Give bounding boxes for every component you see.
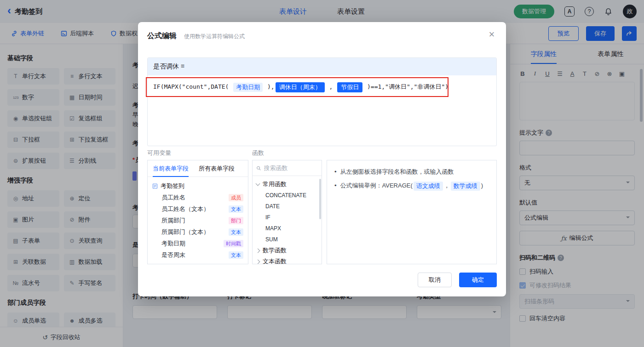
example-field-chip: 数学成绩 [451, 182, 480, 191]
modal-title: 公式编辑 [147, 31, 177, 41]
formula-result-label: 是否调休 = [148, 58, 496, 75]
field-type-tag: 文本 [229, 228, 243, 236]
field-chip-selected[interactable]: 节假日 [337, 82, 362, 92]
function-group-math[interactable]: 数学函数 [255, 245, 319, 256]
function-item[interactable]: SUM [255, 234, 319, 245]
field-chip[interactable]: 考勤日期 [233, 83, 263, 92]
tab-all-form-fields[interactable]: 所有表单字段 [194, 160, 240, 176]
chevron-right-icon [256, 259, 260, 264]
search-icon [256, 165, 261, 171]
variables-label: 可用变量 [147, 149, 171, 157]
field-type-tag: 部门 [229, 217, 243, 224]
cancel-button[interactable]: 取消 [418, 273, 452, 287]
confirm-button[interactable]: 确定 [459, 273, 497, 287]
variable-row[interactable]: 是否周末文本 [152, 249, 243, 261]
variable-row[interactable]: 员工姓名（文本）文本 [152, 203, 243, 215]
formula-edit-modal: 公式编辑 使用数学运算符编辑公式 是否调休 = IF(MAPX("count",… [138, 22, 506, 296]
functions-scrollbar[interactable] [319, 179, 321, 219]
variable-row[interactable]: 员工姓名成员 [152, 192, 243, 203]
example-field-chip: 语文成绩 [414, 182, 443, 191]
help-example: 公式编辑举例：AVERAGE(语文成绩，数学成绩) [340, 181, 483, 191]
functions-panel: 常用函数 CONCATENATE DATE IF MAPX SUM 数学函数 文… [252, 160, 322, 264]
field-type-tag: 文本 [229, 251, 243, 259]
function-item[interactable]: CONCATENATE [255, 190, 319, 201]
formula-editor-block: 是否调休 = IF(MAPX("count",DATE( 考勤日期 ),调休日（… [147, 57, 497, 146]
form-node[interactable]: 考勤签到 [152, 181, 243, 192]
functions-label: 函数 [252, 149, 264, 157]
function-search [253, 160, 322, 176]
variable-row[interactable]: 所属部门（文本）文本 [152, 226, 243, 238]
close-icon[interactable] [485, 28, 499, 41]
modal-subtitle: 使用数学运算符编辑公式 [184, 33, 245, 40]
help-tip: 从左侧面板选择字段名和函数，或输入函数 [340, 167, 454, 177]
document-icon [152, 183, 158, 189]
variables-panel: 当前表单字段 所有表单字段 考勤签到 员工姓名成员 员工姓名（文本）文本 所属部… [147, 160, 248, 264]
chevron-down-icon [256, 182, 260, 186]
field-type-tag: 时间戳 [224, 240, 243, 247]
variable-row[interactable]: 所属部门部门 [152, 215, 243, 226]
field-type-tag: 成员 [229, 194, 243, 201]
formula-editor[interactable]: IF(MAPX("count",DATE( 考勤日期 ),调休日（周末） , 节… [148, 75, 496, 146]
chevron-right-icon [256, 248, 260, 253]
formula-help-panel: 从左侧面板选择字段名和函数，或输入函数 公式编辑举例：AVERAGE(语文成绩，… [327, 160, 497, 264]
function-item[interactable]: DATE [255, 201, 319, 212]
function-group-text[interactable]: 文本函数 [255, 256, 319, 264]
tab-current-form-fields[interactable]: 当前表单字段 [148, 160, 194, 176]
function-group-common[interactable]: 常用函数 [255, 179, 319, 190]
variable-row[interactable]: 考勤日期时间戳 [152, 238, 243, 249]
field-type-tag: 文本 [229, 205, 243, 213]
function-item[interactable]: MAPX [255, 223, 319, 234]
search-input[interactable] [264, 165, 318, 171]
function-item[interactable]: IF [255, 212, 319, 223]
field-chip-selected[interactable]: 调休日（周末） [276, 82, 325, 92]
